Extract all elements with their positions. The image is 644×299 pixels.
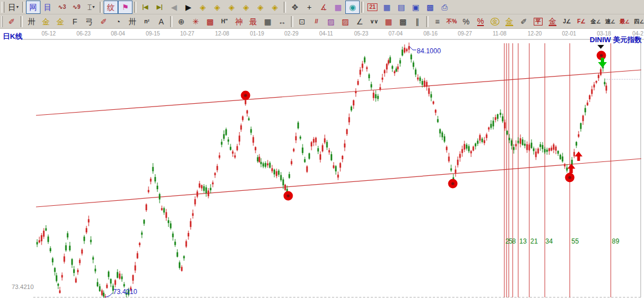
toolbar-separator <box>361 2 364 13</box>
stats-icon[interactable]: ≡ <box>430 15 444 28</box>
candle-style-icon[interactable]: ⌶▾ <box>84 1 98 14</box>
angle-a-icon: A <box>159 18 163 26</box>
angle-j-icon[interactable]: J∠ <box>560 15 574 28</box>
calendar-icon: 21 <box>367 3 377 11</box>
h-mark-icon[interactable]: H" <box>217 15 232 28</box>
red-circle-center-dot <box>568 176 571 179</box>
zoom-in-icon[interactable]: ◈ <box>239 1 253 14</box>
toolbar-handle[interactable] <box>2 2 4 13</box>
period-button[interactable]: 日▾ <box>6 1 21 14</box>
percent-line-icon[interactable]: % <box>473 15 488 28</box>
save-icon[interactable]: ▣ <box>408 1 423 14</box>
bow-lines-icon[interactable]: 弓 <box>82 15 96 28</box>
red-grid-icon: ▦ <box>385 18 392 26</box>
golden-section2-icon[interactable]: 金 <box>53 15 68 28</box>
analysis-icon[interactable]: ◉ <box>345 1 360 14</box>
high-annotation-pointer <box>410 47 416 50</box>
calculator-icon[interactable]: ▦ <box>380 1 394 14</box>
info-list-icon: 目 <box>44 3 52 11</box>
red-circle-center-dot <box>244 94 247 97</box>
draw-pen-icon[interactable]: ✐ <box>4 15 19 28</box>
circle-cross-icon[interactable]: ⊕ <box>174 15 188 28</box>
fib-number-label: 21 <box>530 237 538 245</box>
width-icon[interactable]: ↔ <box>275 15 289 28</box>
web-box-icon[interactable]: ▩ <box>203 15 217 28</box>
zui-icon[interactable]: 最 <box>246 15 260 28</box>
dense-grid-icon[interactable]: ▦ <box>260 15 275 28</box>
red-grid-icon[interactable]: ▦ <box>381 15 396 28</box>
fan-box-icon[interactable]: ▨ <box>324 15 338 28</box>
indicator-icon[interactable]: 纹 <box>104 1 118 14</box>
angle-gold-icon[interactable]: 金∠ <box>589 15 603 28</box>
angle-a-icon[interactable]: A <box>154 15 168 28</box>
send-icon[interactable]: ⎙ <box>437 1 452 14</box>
magic-grid-icon[interactable]: ▦ <box>331 1 345 14</box>
x-axis-date-label: 09-15 <box>146 31 160 37</box>
ping-icon: 平 <box>534 18 543 26</box>
crosshair-icon[interactable]: + <box>302 1 316 14</box>
volume-flag-icon[interactable]: ⚑ <box>118 1 132 14</box>
angle-tool-icon[interactable]: ∡ <box>316 1 331 14</box>
gold-underline-icon[interactable]: 金 <box>545 15 560 28</box>
toolbar-handle[interactable] <box>2 16 3 27</box>
x-axis-date-label: 04-2 <box>632 31 643 37</box>
shen-icon[interactable]: 神 <box>232 15 246 28</box>
zoom-right-icon[interactable]: ◈ <box>210 1 224 14</box>
star-web-icon: ✳ <box>192 18 199 26</box>
parallel-lines-icon[interactable]: ∥ <box>410 15 425 28</box>
minute9-icon[interactable]: ∿9 <box>69 1 84 14</box>
calendar-icon[interactable]: 21 <box>365 1 380 14</box>
grid2-icon[interactable]: 卅 <box>125 15 140 28</box>
fib-lines-icon[interactable]: F <box>68 15 82 28</box>
angle-su-icon[interactable]: 速∠ <box>603 15 617 28</box>
compress-icon[interactable]: ◈ <box>268 1 282 14</box>
fan-box2-icon: ▨ <box>341 18 349 26</box>
magic-grid-icon: ▦ <box>334 3 341 11</box>
zigzag-icon[interactable]: ∨∨ <box>367 15 381 28</box>
x-axis-date-label: 08-04 <box>111 31 125 37</box>
pen-bar-icon[interactable]: ✐ <box>517 15 531 28</box>
prev-icon[interactable]: ◀ <box>167 1 181 14</box>
skip-start-icon[interactable]: |◀ <box>138 1 152 14</box>
chart-type-icon[interactable]: 网 <box>26 1 40 14</box>
star-web-icon[interactable]: ✳ <box>188 15 203 28</box>
cycle-icon[interactable]: ◔ <box>111 15 125 28</box>
golden-section-icon[interactable]: 金 <box>39 15 53 28</box>
gold-lines-icon[interactable]: 金 <box>502 15 517 28</box>
percent-k-icon: 不% <box>447 19 457 24</box>
minute3-icon[interactable]: ∿3 <box>55 1 69 14</box>
x-axis-date-label: 10-27 <box>180 31 195 37</box>
fan-box2-icon[interactable]: ▨ <box>338 15 352 28</box>
angle-arrow-icon[interactable]: ∠ <box>352 15 367 28</box>
notes-icon[interactable]: ▤ <box>394 1 408 14</box>
angle-f-icon[interactable]: F∠ <box>574 15 589 28</box>
pen2-icon: ✐ <box>100 18 107 26</box>
ping-icon[interactable]: 平 <box>531 15 545 28</box>
chart-panel[interactable]: 日K线 DINIW 美元指数 05-1206-2308-0409-1510-27… <box>0 29 644 299</box>
angle-zui-icon[interactable]: 最∠ <box>617 15 632 28</box>
hand-icon[interactable]: ✥ <box>288 1 302 14</box>
gann-grid-icon[interactable]: 卅 <box>24 15 39 28</box>
x-axis-date-label: 06-23 <box>76 31 91 37</box>
send-icon: ⎙ <box>441 3 447 11</box>
next-icon[interactable]: ▶ <box>181 1 196 14</box>
dropdown-caret-icon: ▾ <box>16 4 18 9</box>
n2-icon[interactable]: n² <box>140 15 154 28</box>
zoom-out-icon[interactable]: ◈ <box>224 1 239 14</box>
grid-box-icon[interactable]: ▩ <box>396 15 410 28</box>
copy-icon[interactable]: ▩ <box>423 1 437 14</box>
x-axis-date-label: 09-27 <box>458 31 472 37</box>
gold-circle-icon[interactable]: 金 <box>488 15 502 28</box>
box-tool-icon[interactable]: ⊡ <box>295 15 309 28</box>
expand-icon[interactable]: ◈ <box>253 1 268 14</box>
percent-icon[interactable]: % <box>459 15 473 28</box>
info-list-icon[interactable]: 目 <box>40 1 55 14</box>
pen2-icon[interactable]: ✐ <box>96 15 111 28</box>
ray-fan-icon[interactable]: // <box>309 15 324 28</box>
percent-k-icon[interactable]: 不% <box>444 15 459 28</box>
zoom-left-icon[interactable]: ◈ <box>196 1 210 14</box>
lower-channel-line <box>36 159 641 207</box>
skip-end-icon[interactable]: ▶| <box>152 1 167 14</box>
gann-grid-icon: 卅 <box>28 18 35 26</box>
angle-si-icon[interactable]: 四∠ <box>632 15 644 28</box>
